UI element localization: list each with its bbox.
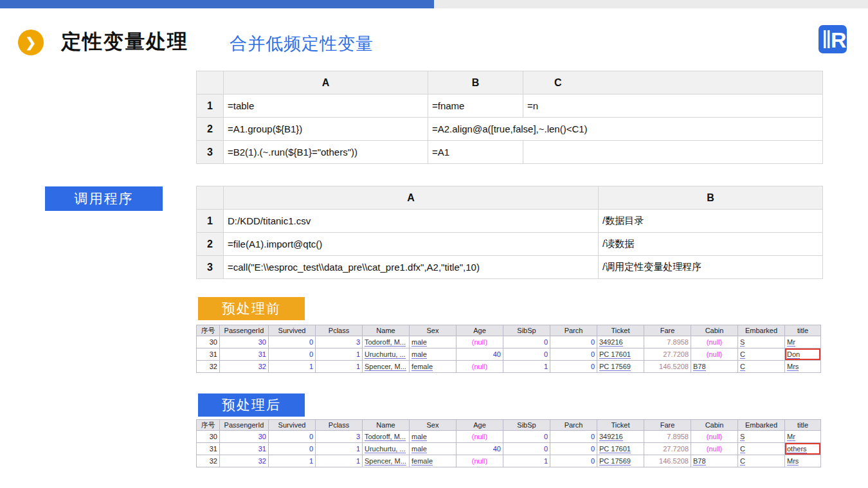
result-table-after: 序号PassengerIdSurvivedPclassNameSexAgeSib… — [196, 419, 821, 467]
table-cell: 27.7208 — [644, 443, 691, 455]
table-cell: 31 — [197, 348, 220, 361]
grid-cell: =n — [523, 95, 823, 118]
label-call-program: 调用程序 — [45, 186, 163, 211]
grid-row: 1=table=fname=n — [197, 95, 823, 118]
table-cell: 30 — [197, 336, 220, 348]
table-cell: (null) — [457, 361, 503, 373]
data-col-header: title — [785, 420, 821, 431]
table-cell: 7.8958 — [644, 431, 691, 443]
page-title: 定性变量处理 — [61, 28, 188, 55]
table-cell: B78 — [691, 455, 738, 467]
row-header: 1 — [197, 95, 224, 118]
topbar-accent — [0, 0, 434, 8]
data-col-header: 序号 — [197, 325, 220, 336]
table-cell: (null) — [691, 336, 738, 348]
table-cell: C — [738, 348, 785, 361]
table-cell: 27.7208 — [644, 348, 691, 361]
grid-row: 2=file(A1).import@qtc()/读数据 — [197, 233, 823, 256]
table-cell: (null) — [457, 336, 503, 348]
table-cell: PC 17601 — [597, 443, 644, 455]
table-cell: C — [738, 443, 785, 455]
table-cell: Mrs — [785, 361, 821, 373]
row-header: 1 — [197, 210, 224, 233]
grid-row: 3=call("E:\\esproc_test\\data_pre\\cat_p… — [197, 256, 823, 279]
table-cell: Mr — [785, 336, 821, 348]
table-cell: male — [410, 443, 457, 455]
data-col-header: PassengerId — [220, 420, 269, 431]
table-cell: 0 — [269, 431, 316, 443]
table-cell: 0 — [269, 348, 316, 361]
table-cell: (null) — [457, 431, 503, 443]
table-row: 303003Todoroff, M...male(null)003492167.… — [197, 336, 821, 348]
data-col-header: SibSp — [503, 325, 550, 336]
row-header: 3 — [197, 141, 224, 164]
table-cell: 30 — [197, 431, 220, 443]
data-col-header: Survived — [269, 420, 316, 431]
grid-cell: /读数据 — [599, 233, 823, 256]
table-cell: 0 — [550, 443, 597, 455]
table-row: 323211Spencer, M...female(null)10PC 1756… — [197, 455, 821, 467]
grid-cell: /调用定性变量处理程序 — [599, 256, 823, 279]
table-cell: 31 — [220, 443, 269, 455]
table-cell: 7.8958 — [644, 336, 691, 348]
table-cell: Uruchurtu, ... — [363, 443, 410, 455]
table-cell: Uruchurtu, ... — [363, 348, 410, 361]
highlighted-cell: others — [785, 443, 821, 455]
data-col-header: Pclass — [316, 325, 363, 336]
data-col-header: Name — [363, 420, 410, 431]
row-header: 3 — [197, 256, 224, 279]
table-cell: male — [410, 348, 457, 361]
table-cell: Todoroff, M... — [363, 431, 410, 443]
grid-cell: /数据目录 — [599, 210, 823, 233]
col-header-A: A — [224, 186, 599, 210]
table-cell: 349216 — [597, 431, 644, 443]
table-cell: (null) — [457, 455, 503, 467]
table-cell: 1 — [316, 443, 363, 455]
data-col-header: Pclass — [316, 420, 363, 431]
grid-cell: =A1 — [428, 141, 523, 164]
table-cell: 40 — [457, 348, 503, 361]
result-table-before-body: 303003Todoroff, M...male(null)003492167.… — [197, 336, 821, 373]
table-cell: 1 — [269, 361, 316, 373]
grid-row: 3=B2(1).(~.run(${B1}="others"))=A1 — [197, 141, 823, 164]
grid-row: 1D:/KDD/titanic1.csv/数据目录 — [197, 210, 823, 233]
data-col-header: title — [785, 325, 821, 336]
table-cell: C — [738, 455, 785, 467]
table-cell: female — [410, 455, 457, 467]
table-cell: 3 — [316, 336, 363, 348]
data-col-header: PassengerId — [220, 325, 269, 336]
table-cell: 0 — [503, 348, 550, 361]
table-cell: S — [738, 336, 785, 348]
data-col-header: Fare — [644, 420, 691, 431]
table-cell: female — [410, 361, 457, 373]
table-cell: 1 — [503, 455, 550, 467]
table-cell: Todoroff, M... — [363, 336, 410, 348]
grid-cell: =A1.group(${B1}) — [224, 118, 428, 141]
table-cell: 1 — [503, 361, 550, 373]
table-cell: 0 — [550, 431, 597, 443]
table-row: 323211Spencer, M...female(null)10PC 1756… — [197, 361, 821, 373]
table-cell: 30 — [220, 336, 269, 348]
label-after-preprocessing: 预处理后 — [198, 393, 305, 417]
table-cell: 32 — [220, 455, 269, 467]
col-header-B: B — [428, 71, 523, 95]
table-cell: 0 — [269, 443, 316, 455]
data-col-header: 序号 — [197, 420, 220, 431]
data-col-header: Sex — [410, 420, 457, 431]
table-cell: 30 — [220, 431, 269, 443]
code-grid-script-header: ABC — [197, 71, 823, 95]
chevron-right-icon: ❯ — [18, 30, 44, 55]
grid-cell: =A2.align@a([true,false],~.len()<C1) — [428, 118, 823, 141]
data-col-header: Cabin — [691, 420, 738, 431]
data-col-header: Cabin — [691, 325, 738, 336]
table-row: 313101Uruchurtu, ...male4000PC 1760127.7… — [197, 443, 821, 455]
table-cell: (null) — [691, 431, 738, 443]
data-col-header: Name — [363, 325, 410, 336]
table-cell: 32 — [197, 455, 220, 467]
code-grid-caller-body: 1D:/KDD/titanic1.csv/数据目录2=file(A1).impo… — [197, 210, 823, 279]
table-cell: 0 — [269, 336, 316, 348]
table-cell: Spencer, M... — [363, 361, 410, 373]
topbar-gray — [434, 0, 868, 8]
table-cell: 0 — [550, 361, 597, 373]
row-header: 2 — [197, 233, 224, 256]
